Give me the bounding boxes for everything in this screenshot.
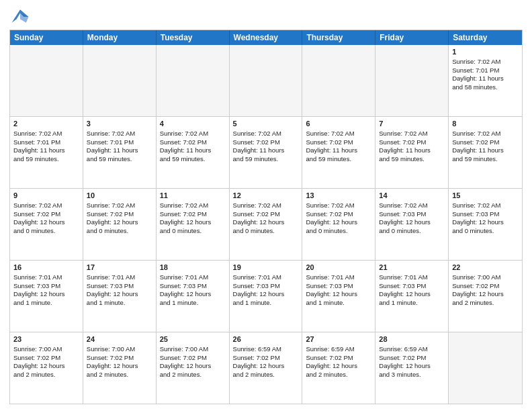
day-number: 1: [452, 47, 519, 57]
day-cell-20: 20Sunrise: 7:01 AMSunset: 7:03 PMDayligh…: [302, 261, 375, 332]
day-info-line: Sunset: 7:03 PM: [13, 282, 79, 291]
weekday-header-monday: Monday: [83, 30, 157, 45]
day-info-line: Sunrise: 7:01 AM: [233, 273, 299, 282]
day-info-line: Sunrise: 6:59 AM: [306, 345, 371, 354]
day-info-line: and 0 minutes.: [379, 227, 445, 236]
day-info-line: Sunrise: 7:00 AM: [13, 345, 79, 354]
day-info-line: Sunset: 7:03 PM: [452, 210, 519, 219]
day-cell-5: 5Sunrise: 7:02 AMSunset: 7:02 PMDaylight…: [230, 117, 303, 188]
calendar-header: SundayMondayTuesdayWednesdayThursdayFrid…: [10, 30, 522, 45]
day-info-line: Sunrise: 7:02 AM: [452, 130, 519, 138]
day-info-line: Sunrise: 7:00 AM: [452, 273, 519, 282]
day-info-line: Sunrise: 7:01 AM: [13, 273, 79, 282]
day-cell-3: 3Sunrise: 7:02 AMSunset: 7:01 PMDaylight…: [83, 117, 157, 188]
day-cell-6: 6Sunrise: 7:02 AMSunset: 7:02 PMDaylight…: [302, 117, 375, 188]
day-info-line: Daylight: 12 hours: [306, 362, 371, 371]
day-info-line: Sunset: 7:02 PM: [379, 138, 445, 147]
day-info-line: Daylight: 11 hours: [452, 146, 519, 155]
day-info-line: and 1 minute.: [233, 299, 299, 308]
day-info-line: Daylight: 12 hours: [13, 290, 79, 299]
day-info-line: Daylight: 12 hours: [379, 218, 445, 227]
day-info-line: Daylight: 12 hours: [160, 362, 226, 371]
day-info-line: Sunrise: 7:02 AM: [306, 201, 371, 210]
day-number: 12: [233, 191, 299, 201]
day-info-line: and 58 minutes.: [452, 83, 519, 92]
day-info-line: and 1 minute.: [87, 299, 152, 308]
calendar-body: 1Sunrise: 7:02 AMSunset: 7:01 PMDaylight…: [10, 45, 522, 404]
empty-cell: [449, 332, 522, 404]
day-info-line: Sunset: 7:02 PM: [452, 138, 519, 147]
day-number: 22: [452, 263, 519, 273]
day-info-line: and 59 minutes.: [160, 155, 226, 164]
day-info-line: Sunrise: 7:02 AM: [13, 130, 79, 138]
day-number: 23: [13, 334, 79, 345]
day-info-line: Sunset: 7:02 PM: [306, 354, 371, 363]
day-info-line: Sunset: 7:03 PM: [379, 210, 445, 219]
day-info-line: Sunset: 7:02 PM: [306, 210, 371, 219]
day-number: 6: [306, 119, 371, 129]
day-info-line: Daylight: 12 hours: [160, 218, 226, 227]
weekday-header-saturday: Saturday: [449, 30, 522, 45]
day-cell-15: 15Sunrise: 7:02 AMSunset: 7:03 PMDayligh…: [449, 189, 522, 260]
day-info-line: Sunrise: 7:02 AM: [452, 201, 519, 210]
day-info-line: Sunset: 7:02 PM: [87, 354, 152, 363]
day-cell-9: 9Sunrise: 7:02 AMSunset: 7:02 PMDaylight…: [10, 189, 83, 260]
calendar: SundayMondayTuesdayWednesdayThursdayFrid…: [9, 30, 523, 404]
day-info-line: Sunset: 7:03 PM: [87, 282, 152, 291]
day-cell-13: 13Sunrise: 7:02 AMSunset: 7:02 PMDayligh…: [302, 189, 375, 260]
day-info-line: and 59 minutes.: [13, 155, 79, 164]
day-info-line: Sunset: 7:02 PM: [379, 354, 445, 363]
day-info-line: Sunrise: 7:01 AM: [160, 273, 226, 282]
day-number: 5: [233, 119, 299, 129]
day-number: 27: [306, 334, 371, 345]
day-info-line: and 2 minutes.: [160, 371, 226, 379]
day-number: 14: [379, 191, 445, 201]
day-info-line: and 0 minutes.: [87, 227, 152, 236]
day-info-line: and 2 minutes.: [13, 371, 79, 379]
day-info-line: and 1 minute.: [160, 299, 226, 308]
weekday-header-thursday: Thursday: [302, 30, 375, 45]
day-number: 9: [13, 191, 79, 201]
day-info-line: and 59 minutes.: [87, 155, 152, 164]
day-info-line: Sunrise: 7:01 AM: [306, 273, 371, 282]
weekday-header-sunday: Sunday: [10, 30, 83, 45]
day-info-line: and 1 minute.: [13, 299, 79, 308]
day-info-line: Sunrise: 7:01 AM: [379, 273, 445, 282]
day-number: 4: [160, 119, 226, 129]
day-number: 13: [306, 191, 371, 201]
day-info-line: Sunrise: 7:02 AM: [160, 201, 226, 210]
day-cell-7: 7Sunrise: 7:02 AMSunset: 7:02 PMDaylight…: [375, 117, 449, 188]
day-info-line: Sunset: 7:01 PM: [87, 138, 152, 147]
day-info-line: Sunset: 7:02 PM: [160, 354, 226, 363]
week-row-5: 23Sunrise: 7:00 AMSunset: 7:02 PMDayligh…: [10, 332, 522, 404]
weekday-header-wednesday: Wednesday: [230, 30, 303, 45]
day-info-line: Sunrise: 7:02 AM: [13, 201, 79, 210]
day-cell-16: 16Sunrise: 7:01 AMSunset: 7:03 PMDayligh…: [10, 261, 83, 332]
empty-cell: [10, 45, 83, 116]
day-info-line: Sunset: 7:02 PM: [13, 210, 79, 219]
day-cell-23: 23Sunrise: 7:00 AMSunset: 7:02 PMDayligh…: [10, 332, 83, 404]
day-info-line: Sunset: 7:03 PM: [160, 282, 226, 291]
weekday-header-friday: Friday: [375, 30, 449, 45]
day-cell-1: 1Sunrise: 7:02 AMSunset: 7:01 PMDaylight…: [449, 45, 522, 116]
day-number: 7: [379, 119, 445, 129]
day-info-line: Daylight: 12 hours: [452, 290, 519, 299]
day-cell-11: 11Sunrise: 7:02 AMSunset: 7:02 PMDayligh…: [157, 189, 230, 260]
day-info-line: and 3 minutes.: [379, 371, 445, 379]
day-number: 18: [160, 263, 226, 273]
day-number: 26: [233, 334, 299, 345]
day-info-line: and 2 minutes.: [87, 371, 152, 379]
day-number: 15: [452, 191, 519, 201]
day-cell-22: 22Sunrise: 7:00 AMSunset: 7:02 PMDayligh…: [449, 261, 522, 332]
day-cell-10: 10Sunrise: 7:02 AMSunset: 7:02 PMDayligh…: [83, 189, 157, 260]
day-info-line: Sunrise: 7:02 AM: [87, 130, 152, 138]
day-cell-8: 8Sunrise: 7:02 AMSunset: 7:02 PMDaylight…: [449, 117, 522, 188]
day-info-line: Sunset: 7:02 PM: [452, 282, 519, 291]
week-row-4: 16Sunrise: 7:01 AMSunset: 7:03 PMDayligh…: [10, 260, 522, 332]
day-info-line: Daylight: 11 hours: [379, 146, 445, 155]
empty-cell: [157, 45, 230, 116]
day-info-line: Daylight: 12 hours: [233, 362, 299, 371]
day-info-line: Daylight: 12 hours: [160, 290, 226, 299]
day-cell-26: 26Sunrise: 6:59 AMSunset: 7:02 PMDayligh…: [230, 332, 303, 404]
day-info-line: Daylight: 11 hours: [13, 146, 79, 155]
